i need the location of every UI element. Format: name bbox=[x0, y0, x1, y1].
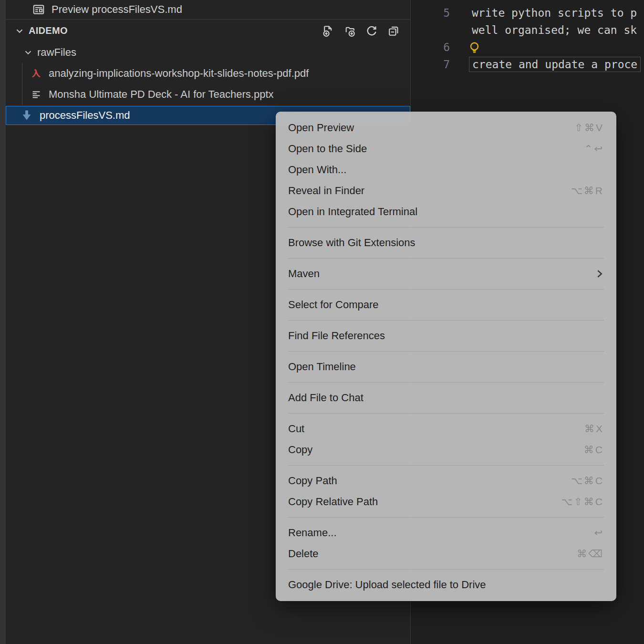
menu-separator bbox=[288, 351, 604, 352]
menu-shortcut: ⌥⌘C bbox=[571, 475, 604, 487]
menu-item-reveal-in-finder[interactable]: Reveal in Finder ⌥⌘R bbox=[276, 180, 616, 201]
menu-separator bbox=[288, 382, 604, 383]
menu-item-copy-relative-path[interactable]: Copy Relative Path ⌥⇧⌘C bbox=[276, 491, 616, 512]
line-number: 5 bbox=[411, 7, 450, 19]
menu-shortcut: ⌘X bbox=[584, 423, 604, 435]
menu-item-open-integrated-terminal[interactable]: Open in Integrated Terminal bbox=[276, 201, 616, 222]
menu-item-rename[interactable]: Rename... ↩ bbox=[276, 522, 616, 543]
open-editor-label: Preview processFilesVS.md bbox=[52, 3, 182, 16]
explorer-actions bbox=[322, 20, 400, 42]
indent-guide bbox=[22, 84, 22, 105]
menu-label: Cut bbox=[288, 423, 304, 435]
line-number: 7 bbox=[411, 58, 450, 71]
menu-label: Select for Compare bbox=[288, 299, 379, 311]
code-line-wrap[interactable]: well organised; we can sk bbox=[411, 21, 644, 39]
pdf-file-icon bbox=[31, 68, 42, 79]
menu-label: Google Drive: Upload selected file to Dr… bbox=[288, 579, 486, 591]
menu-separator bbox=[288, 289, 604, 290]
menu-item-maven-submenu[interactable]: Maven bbox=[276, 263, 616, 284]
menu-item-browse-git-extensions[interactable]: Browse with Git Extensions bbox=[276, 232, 616, 253]
menu-label: Reveal in Finder bbox=[288, 185, 364, 197]
menu-item-add-file-to-chat[interactable]: Add File to Chat bbox=[276, 387, 616, 408]
menu-separator bbox=[288, 465, 604, 466]
menu-item-delete[interactable]: Delete ⌘⌫ bbox=[276, 543, 616, 564]
menu-label: Browse with Git Extensions bbox=[288, 237, 415, 249]
menu-shortcut: ⌘C bbox=[584, 444, 604, 456]
preview-icon bbox=[32, 3, 45, 16]
file-context-menu: Open Preview ⇧⌘V Open to the Side ⌃↩ Ope… bbox=[276, 112, 616, 601]
file-name: Monsha Ultimate PD Deck - AI for Teacher… bbox=[49, 88, 274, 101]
menu-label: Find File References bbox=[288, 330, 385, 342]
file-row-pdf[interactable]: analyzing-implications-workshop-kit-slid… bbox=[6, 63, 410, 84]
menu-label: Open in Integrated Terminal bbox=[288, 206, 417, 218]
code-line-current[interactable]: 7 create and update a proce bbox=[411, 56, 644, 73]
new-file-icon[interactable] bbox=[322, 25, 334, 37]
menu-separator bbox=[288, 569, 604, 570]
folder-name: rawFiles bbox=[37, 46, 76, 59]
code-line[interactable]: 6 bbox=[411, 39, 644, 56]
file-name: analyzing-implications-workshop-kit-slid… bbox=[49, 67, 309, 80]
menu-shortcut: ⌥⌘R bbox=[571, 185, 604, 197]
menu-item-open-with[interactable]: Open With... bbox=[276, 159, 616, 180]
indent-guide bbox=[22, 63, 22, 84]
line-number: 6 bbox=[411, 41, 450, 53]
menu-separator bbox=[288, 258, 604, 259]
file-row-pptx[interactable]: Monsha Ultimate PD Deck - AI for Teacher… bbox=[6, 84, 410, 105]
activity-bar-edge bbox=[0, 0, 6, 644]
menu-item-open-timeline[interactable]: Open Timeline bbox=[276, 356, 616, 377]
folder-row-rawfiles[interactable]: rawFiles bbox=[6, 42, 410, 63]
menu-label: Add File to Chat bbox=[288, 392, 364, 404]
chevron-down-icon bbox=[23, 47, 33, 58]
vscode-window: Preview processFilesVS.md AIDEMO bbox=[0, 0, 644, 644]
collapse-all-icon[interactable] bbox=[387, 25, 400, 37]
menu-separator bbox=[288, 413, 604, 414]
new-folder-icon[interactable] bbox=[343, 25, 356, 37]
markdown-file-icon bbox=[21, 109, 33, 122]
pptx-file-icon bbox=[31, 89, 42, 100]
menu-label: Copy Relative Path bbox=[288, 496, 378, 508]
lightbulb-icon[interactable] bbox=[468, 41, 481, 54]
menu-item-open-preview[interactable]: Open Preview ⇧⌘V bbox=[276, 117, 616, 138]
chevron-down-icon bbox=[14, 26, 25, 36]
code-text: well organised; we can sk bbox=[472, 24, 637, 36]
menu-separator bbox=[288, 227, 604, 228]
menu-item-copy-path[interactable]: Copy Path ⌥⌘C bbox=[276, 470, 616, 491]
refresh-icon[interactable] bbox=[365, 25, 378, 37]
menu-shortcut: ⇧⌘V bbox=[574, 122, 604, 134]
menu-shortcut: ↩ bbox=[594, 527, 604, 539]
submenu-arrow-icon bbox=[595, 270, 604, 278]
menu-shortcut: ⌥⇧⌘C bbox=[561, 496, 604, 508]
menu-item-cut[interactable]: Cut ⌘X bbox=[276, 418, 616, 439]
menu-separator bbox=[288, 517, 604, 518]
menu-label: Open Timeline bbox=[288, 361, 356, 373]
menu-item-open-to-side[interactable]: Open to the Side ⌃↩ bbox=[276, 138, 616, 159]
menu-label: Copy Path bbox=[288, 475, 337, 487]
explorer-section-header[interactable]: AIDEMO bbox=[6, 20, 410, 42]
project-title: AIDEMO bbox=[29, 25, 68, 36]
menu-item-select-for-compare[interactable]: Select for Compare bbox=[276, 294, 616, 315]
menu-shortcut: ⌘⌫ bbox=[577, 548, 604, 560]
menu-item-copy[interactable]: Copy ⌘C bbox=[276, 439, 616, 460]
menu-label: Copy bbox=[288, 444, 312, 456]
code-text: write python scripts to p bbox=[472, 7, 637, 19]
menu-label: Maven bbox=[288, 268, 320, 280]
code-text: create and update a proce bbox=[469, 57, 641, 72]
menu-separator bbox=[288, 320, 604, 321]
menu-label: Open to the Side bbox=[288, 143, 367, 155]
code-line[interactable]: 5 write python scripts to p bbox=[411, 4, 644, 21]
menu-item-find-file-references[interactable]: Find File References bbox=[276, 325, 616, 346]
open-editor-entry[interactable]: Preview processFilesVS.md bbox=[6, 0, 410, 20]
menu-label: Delete bbox=[288, 548, 319, 560]
file-name: processFilesVS.md bbox=[40, 109, 130, 122]
menu-label: Open With... bbox=[288, 164, 346, 176]
menu-item-google-drive-upload[interactable]: Google Drive: Upload selected file to Dr… bbox=[276, 574, 616, 595]
menu-label: Rename... bbox=[288, 527, 337, 539]
menu-shortcut: ⌃↩ bbox=[584, 143, 604, 155]
menu-label: Open Preview bbox=[288, 122, 354, 134]
